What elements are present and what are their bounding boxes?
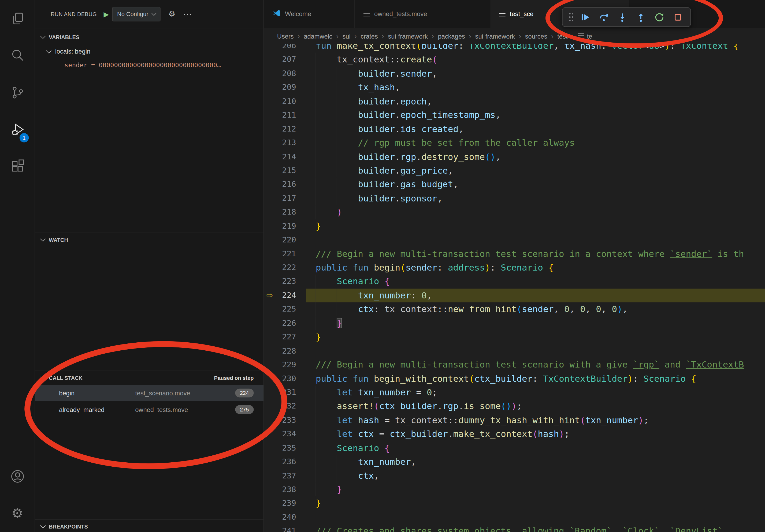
code-line[interactable]: 214 builder.rgp.destroy_some(), bbox=[264, 150, 765, 164]
line-number-gutter[interactable]: 209 bbox=[264, 81, 306, 95]
line-number-gutter[interactable]: 208 bbox=[264, 67, 306, 81]
settings-gear-icon[interactable]: ⚙ bbox=[0, 495, 35, 532]
line-number-gutter[interactable]: ⇨224 bbox=[264, 289, 306, 302]
code-line[interactable]: 215 builder.gas_price, bbox=[264, 164, 765, 177]
breadcrumb-item[interactable]: sui-framework bbox=[388, 32, 428, 40]
line-number-gutter[interactable]: 228 bbox=[264, 344, 306, 358]
code-line[interactable]: 226 } bbox=[264, 316, 765, 330]
code-line[interactable]: 206fun make_tx_context(builder: TxContex… bbox=[264, 44, 765, 53]
breadcrumb-item[interactable]: sui bbox=[342, 32, 350, 40]
debug-config-dropdown[interactable]: No Configur bbox=[112, 7, 161, 21]
breadcrumb-item[interactable]: sui-framework bbox=[475, 32, 515, 40]
code-line[interactable]: 232 assert!(ctx_builder.rgp.is_some()); bbox=[264, 399, 765, 413]
more-actions-icon[interactable]: ⋯ bbox=[183, 9, 192, 19]
code-line[interactable]: 220 bbox=[264, 233, 765, 247]
breadcrumb-item[interactable]: packages bbox=[438, 32, 465, 40]
breakpoints-section-header[interactable]: BREAKPOINTS bbox=[35, 519, 264, 532]
step-into-button[interactable] bbox=[614, 10, 630, 24]
line-number-gutter[interactable]: 211 bbox=[264, 108, 306, 122]
restart-button[interactable] bbox=[651, 10, 667, 24]
code-line[interactable]: 229/// Begin a new multi-transaction tes… bbox=[264, 358, 765, 372]
code-line[interactable]: 209 tx_hash, bbox=[264, 81, 765, 95]
code-line[interactable]: 222public fun begin(sender: address): Sc… bbox=[264, 261, 765, 275]
code-line[interactable]: 241/// Creates and shares system objects… bbox=[264, 524, 765, 532]
code-line[interactable]: 237 ctx, bbox=[264, 469, 765, 483]
line-number-gutter[interactable]: 233 bbox=[264, 413, 306, 427]
call-stack-frame[interactable]: already_markedowned_tests.move275 bbox=[35, 401, 264, 418]
line-number-gutter[interactable]: 218 bbox=[264, 205, 306, 219]
line-number-gutter[interactable]: 223 bbox=[264, 275, 306, 289]
line-number-gutter[interactable]: 225 bbox=[264, 302, 306, 316]
step-over-button[interactable] bbox=[595, 10, 612, 24]
line-number-gutter[interactable]: 236 bbox=[264, 455, 306, 469]
call-stack-section-header[interactable]: CALL STACK Paused on step bbox=[35, 371, 264, 385]
step-out-button[interactable] bbox=[632, 10, 649, 24]
code-line[interactable]: 230public fun begin_with_context(ctx_bui… bbox=[264, 372, 765, 386]
line-number-gutter[interactable]: 207 bbox=[264, 53, 306, 67]
code-line[interactable]: 207 tx_context::create( bbox=[264, 53, 765, 67]
extensions-icon[interactable] bbox=[0, 148, 35, 185]
source-control-icon[interactable] bbox=[0, 74, 35, 111]
line-number-gutter[interactable]: 215 bbox=[264, 164, 306, 177]
line-number-gutter[interactable]: 221 bbox=[264, 247, 306, 261]
code-line[interactable]: 238 } bbox=[264, 483, 765, 497]
line-number-gutter[interactable]: 232 bbox=[264, 399, 306, 413]
code-line[interactable]: 239} bbox=[264, 497, 765, 511]
line-number-gutter[interactable]: 214 bbox=[264, 150, 306, 164]
code-line[interactable]: ⇨224 txn_number: 0, bbox=[264, 289, 765, 302]
code-line[interactable]: 219} bbox=[264, 219, 765, 233]
watch-section-header[interactable]: WATCH bbox=[35, 232, 264, 247]
variables-section-header[interactable]: VARIABLES bbox=[35, 30, 264, 44]
code-line[interactable]: 234 let ctx = ctx_builder.make_tx_contex… bbox=[264, 427, 765, 441]
line-number-gutter[interactable]: 229 bbox=[264, 358, 306, 372]
code-line[interactable]: 223 Scenario { bbox=[264, 275, 765, 289]
code-line[interactable]: 225 ctx: tx_context::new_from_hint(sende… bbox=[264, 302, 765, 316]
line-number-gutter[interactable]: 234 bbox=[264, 427, 306, 441]
line-number-gutter[interactable]: 213 bbox=[264, 136, 306, 150]
code-line[interactable]: 221/// Begin a new multi-transaction tes… bbox=[264, 247, 765, 261]
code-line[interactable]: 208 builder.sender, bbox=[264, 67, 765, 81]
start-debug-button[interactable]: ▶ bbox=[104, 10, 109, 18]
code-line[interactable]: 216 builder.gas_budget, bbox=[264, 177, 765, 191]
line-number-gutter[interactable]: 239 bbox=[264, 497, 306, 511]
code-area[interactable]: 206fun make_tx_context(builder: TxContex… bbox=[264, 44, 765, 532]
code-line[interactable]: 235 Scenario { bbox=[264, 441, 765, 455]
code-line[interactable]: 218 ) bbox=[264, 205, 765, 219]
continue-button[interactable] bbox=[576, 10, 593, 24]
toolbar-drag-handle-icon[interactable] bbox=[567, 11, 575, 23]
code-line[interactable]: 217 builder.sponsor, bbox=[264, 191, 765, 205]
code-line[interactable]: 213 // rgp must be set from the caller a… bbox=[264, 136, 765, 150]
line-number-gutter[interactable]: 240 bbox=[264, 511, 306, 524]
line-number-gutter[interactable]: 227 bbox=[264, 330, 306, 344]
line-number-gutter[interactable]: 238 bbox=[264, 483, 306, 497]
code-line[interactable]: 210 builder.epoch, bbox=[264, 95, 765, 109]
line-number-gutter[interactable]: 222 bbox=[264, 261, 306, 275]
search-icon[interactable] bbox=[0, 37, 35, 74]
code-line[interactable]: 236 txn_number, bbox=[264, 455, 765, 469]
code-line[interactable]: 228 bbox=[264, 344, 765, 358]
code-line[interactable]: 212 builder.ids_created, bbox=[264, 122, 765, 136]
breadcrumb-item[interactable]: adamwelc bbox=[304, 32, 333, 40]
code-line[interactable]: 231 let txn_number = 0; bbox=[264, 386, 765, 400]
tab-welcome[interactable]: Welcome bbox=[264, 0, 355, 28]
code-line[interactable]: 211 builder.epoch_timestamp_ms, bbox=[264, 108, 765, 122]
variable-entry[interactable]: sender = 0000000000000000000000000000000… bbox=[35, 58, 264, 72]
line-number-gutter[interactable]: 206 bbox=[264, 44, 306, 53]
line-number-gutter[interactable]: 217 bbox=[264, 191, 306, 205]
run-and-debug-icon[interactable]: 1 bbox=[0, 111, 35, 148]
line-number-gutter[interactable]: 212 bbox=[264, 122, 306, 136]
line-number-gutter[interactable]: 235 bbox=[264, 441, 306, 455]
line-number-gutter[interactable]: 231 bbox=[264, 386, 306, 400]
explorer-icon[interactable] bbox=[0, 0, 35, 37]
code-line[interactable]: 240 bbox=[264, 511, 765, 524]
code-line[interactable]: 227} bbox=[264, 330, 765, 344]
line-number-gutter[interactable]: 216 bbox=[264, 177, 306, 191]
line-number-gutter[interactable]: 226 bbox=[264, 316, 306, 330]
breadcrumb-item[interactable]: crates bbox=[361, 32, 378, 40]
line-number-gutter[interactable]: 210 bbox=[264, 95, 306, 109]
call-stack-frame[interactable]: begintest_scenario.move224 bbox=[35, 385, 264, 401]
breadcrumb-item[interactable]: test bbox=[557, 32, 567, 40]
stop-button[interactable] bbox=[669, 10, 686, 24]
line-number-gutter[interactable]: 237 bbox=[264, 469, 306, 483]
line-number-gutter[interactable]: 220 bbox=[264, 233, 306, 247]
